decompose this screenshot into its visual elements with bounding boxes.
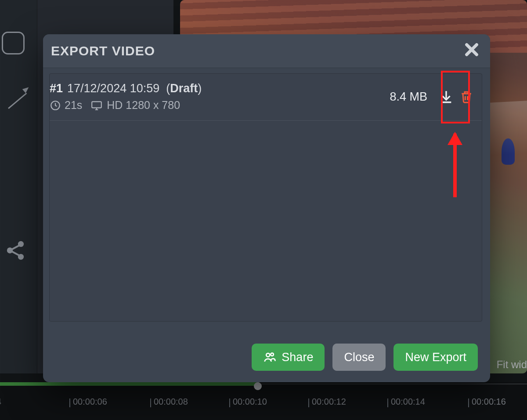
status-close: ) (198, 82, 202, 95)
video-player-figure (502, 138, 515, 165)
annotation-arrow (453, 134, 457, 197)
clock-icon (50, 100, 61, 111)
close-button[interactable]: Close (332, 344, 386, 371)
timeline-played (0, 382, 259, 386)
timeline-tick: 00:00:14 (387, 398, 425, 407)
people-icon (263, 351, 276, 364)
share-label: Share (282, 351, 313, 364)
timeline-tick: 00:00:06 (69, 398, 107, 407)
timeline-ticks: 0:0400:00:0600:00:0800:00:1000:00:1200:0… (0, 393, 527, 417)
tool-rail (0, 0, 37, 373)
delete-icon[interactable] (456, 87, 476, 107)
timeline-tick: 00:00:16 (468, 398, 506, 407)
timeline-tick: 00:00:10 (229, 398, 267, 407)
download-icon[interactable] (436, 87, 456, 107)
export-date: 17/12/2024 10:59 (67, 82, 159, 95)
modal-title: EXPORT VIDEO (51, 43, 155, 58)
close-label: Close (344, 351, 374, 364)
share-button[interactable]: Share (252, 344, 325, 371)
export-list[interactable]: #1 17/12/2024 10:59 (Draft) 21s (49, 73, 482, 322)
timeline-remain (259, 384, 527, 384)
timeline-tick: 00:00:08 (150, 398, 188, 407)
svg-point-7 (267, 353, 270, 357)
export-item-info: #1 17/12/2024 10:59 (Draft) 21s (50, 82, 390, 112)
connection-tool-icon[interactable] (4, 239, 28, 266)
export-id: #1 (50, 82, 63, 95)
svg-rect-6 (92, 101, 101, 108)
svg-point-8 (271, 353, 274, 356)
svg-rect-4 (10, 250, 21, 257)
export-duration: 21s (65, 99, 82, 112)
timeline-playhead[interactable] (254, 382, 262, 390)
status-open: ( (166, 82, 170, 95)
export-video-modal: EXPORT VIDEO #1 17/12/2024 10:59 (Draft) (43, 34, 490, 382)
fit-width-button[interactable]: Fit wid (488, 358, 527, 371)
new-export-label: New Export (405, 351, 466, 364)
arrow-tool-icon[interactable] (8, 88, 32, 112)
export-item: #1 17/12/2024 10:59 (Draft) 21s (50, 74, 482, 121)
export-size: 8.4 MB (390, 90, 427, 104)
modal-header: EXPORT VIDEO (43, 34, 490, 68)
status-label: Draft (170, 82, 198, 95)
new-export-button[interactable]: New Export (393, 344, 478, 371)
timeline-tick: 00:00:12 (308, 398, 346, 407)
modal-footer: Share Close New Export (43, 332, 490, 382)
monitor-icon (90, 100, 103, 111)
shape-tool-icon[interactable] (2, 32, 25, 54)
export-status: (Draft) (159, 82, 202, 95)
close-icon[interactable] (463, 42, 480, 60)
timeline-tick: 0:04 (0, 398, 1, 407)
export-resolution: HD 1280 x 780 (107, 99, 180, 112)
